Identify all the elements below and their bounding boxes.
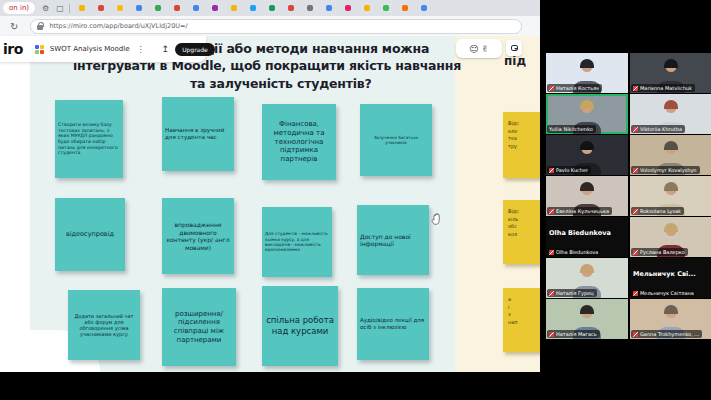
sticky-note-text: Додати загальний чат або форум для обгов…	[71, 313, 137, 338]
participant-tile[interactable]: Мельничук Сві...Мельничук Світлана	[630, 258, 711, 298]
participant-name-label: Pavlo Kucher	[547, 166, 591, 174]
bookmark-favicon[interactable]	[79, 5, 85, 11]
participant-name-label: Roksolana Lysak	[631, 207, 684, 215]
bookmark-favicon[interactable]	[307, 5, 313, 11]
sticky-note[interactable]: Залучення багатьох учасників	[360, 104, 432, 176]
browser-tab[interactable]: on in)	[3, 2, 35, 14]
participant-tile[interactable]: Pavlo Kucher	[546, 135, 628, 175]
bookmark-favicon[interactable]	[326, 5, 332, 11]
participant-display-name: Мельничук Сві...	[633, 270, 710, 278]
mic-muted-icon	[633, 332, 638, 337]
participant-tile[interactable]: Roksolana Lysak	[630, 176, 711, 216]
participant-name-label: Ganna Trokhymenko, ...	[631, 330, 702, 338]
avatar	[664, 59, 678, 68]
avatar	[664, 100, 678, 109]
export-icon[interactable]: ↥	[162, 44, 170, 54]
sticky-note[interactable]: розширення/ підсилення співпраці між пар…	[162, 288, 236, 366]
sticky-note[interactable]: Доступ до нової інформації	[357, 205, 429, 275]
participant-tile[interactable]: Yuliia Nikitchenko	[546, 94, 628, 134]
board-switcher-dot	[40, 45, 44, 49]
bookmark-favicon[interactable]	[193, 5, 199, 11]
reaction-emoji-icon[interactable]: ☺ ✌	[469, 44, 489, 54]
address-bar[interactable]: https://miro.com/app/board/uXjVLIdj20U=/	[30, 19, 522, 34]
participant-tile[interactable]: Volodymyr Kovalyshyn	[630, 135, 711, 175]
browser-url-row: ↻ https://miro.com/app/board/uXjVLIdj20U…	[0, 16, 540, 36]
participant-tile[interactable]: Евеліна Кульчицька	[546, 176, 628, 216]
participant-name-label: Руслана Валерко	[631, 248, 688, 256]
board-switcher-dot	[35, 45, 39, 49]
browser-tab-strip: on in) ⚙ ▢	[0, 0, 540, 16]
bookmark-favicon[interactable]	[269, 5, 275, 11]
sticky-note[interactable]: Навчання в зручний для студента час	[162, 97, 234, 171]
avatar	[580, 305, 594, 314]
sticky-note[interactable]: Створити велику базу тестових запитань, …	[55, 100, 123, 178]
bookmark-favicon[interactable]	[345, 5, 351, 11]
miro-board-canvas[interactable]: ції або методи навчання можна інтегруват…	[0, 36, 540, 372]
participant-tile[interactable]: Marianna Matviichuk	[630, 53, 711, 93]
bookmark-favicon[interactable]	[288, 5, 294, 11]
participant-name: Наталія Магась	[556, 331, 597, 337]
video-call-panel: Наталія КостьянMarianna MatviichukYuliia…	[545, 0, 711, 400]
sticky-note-text: спільна робота над курсами	[265, 315, 335, 336]
mic-muted-icon	[633, 250, 638, 255]
sticky-note-text: Доступ до нової інформації	[360, 233, 426, 248]
participant-name-label: Marianna Matviichuk	[631, 84, 695, 92]
yellow-sticky-note[interactable]: а і з нап	[503, 288, 540, 352]
bookmark-favicon[interactable]	[231, 5, 237, 11]
participant-tile[interactable]: Наталія Гурец	[546, 258, 628, 298]
participant-name-label: Мельничук Світлана	[631, 289, 697, 297]
url-text: https://miro.com/app/board/uXjVLIdj20U=/	[49, 22, 187, 30]
sticky-note[interactable]: Додати загальний чат або форум для обгов…	[68, 290, 140, 360]
bookmark-favicon[interactable]	[136, 5, 142, 11]
bookmark-favicon[interactable]	[364, 5, 370, 11]
participant-tile[interactable]: Viktoriia Khrutba	[630, 94, 711, 134]
screen: on in) ⚙ ▢ ↻ https://miro.com/app/board/…	[0, 0, 711, 400]
mic-muted-icon	[633, 86, 638, 91]
bookmark-favicon[interactable]	[402, 5, 408, 11]
participant-tile[interactable]: Руслана Валерко	[630, 217, 711, 257]
miro-logo[interactable]: iro	[3, 41, 23, 57]
sticky-note[interactable]: відеосупровід	[55, 198, 125, 271]
bookmark-favicon[interactable]	[421, 5, 427, 11]
participant-tile[interactable]: Olha BiedunkovaOlha Biedunkova	[546, 217, 628, 257]
avatar	[664, 182, 678, 191]
sticky-note-text: впровадження двомовного контенту (укр/ а…	[165, 221, 231, 251]
sticky-note[interactable]: спільна робота над курсами	[262, 286, 338, 366]
sticky-note-text: відеосупровід	[58, 230, 122, 238]
bookmark-favicon[interactable]	[117, 5, 123, 11]
bookmark-favicon[interactable]	[250, 5, 256, 11]
sticky-note[interactable]: Фінансова, методична та технологічна під…	[262, 104, 336, 180]
mic-muted-icon	[549, 86, 554, 91]
participant-tile[interactable]: Наталія Костьян	[546, 53, 628, 93]
reactions-toolbar[interactable]: ☺ ✌	[456, 39, 502, 58]
sticky-note[interactable]: впровадження двомовного контенту (укр/ а…	[162, 198, 234, 274]
comment-icon	[511, 45, 518, 51]
reload-icon[interactable]: ↻	[10, 21, 18, 32]
bookmark-favicon[interactable]	[155, 5, 161, 11]
board-menu-icon[interactable]: ⋮	[137, 45, 145, 54]
participant-name-label: Наталія Магась	[547, 330, 600, 338]
comment-button[interactable]	[506, 40, 522, 56]
upgrade-button[interactable]: Upgrade	[175, 43, 215, 56]
browser-window: on in) ⚙ ▢ ↻ https://miro.com/app/board/…	[0, 0, 540, 372]
avatar	[664, 223, 678, 232]
sticky-note-text: Створити велику базу тестових запитань, …	[58, 122, 120, 156]
participant-name: Ganna Trokhymenko, ...	[640, 331, 699, 337]
participant-tile[interactable]: Ganna Trokhymenko, ...	[630, 299, 711, 339]
board-switcher-icon[interactable]	[35, 45, 44, 54]
board-name[interactable]: SWOT Analysis Moodle	[50, 45, 130, 53]
participant-name: Roksolana Lysak	[640, 208, 681, 214]
yellow-sticky-note[interactable]: Відс кіль обс кол	[503, 200, 540, 264]
bookmark-favicon[interactable]	[212, 5, 218, 11]
sticky-note[interactable]: Аудіо/відео лекції для осіб з інклюзією	[357, 288, 429, 360]
bookmark-favicon[interactable]	[174, 5, 180, 11]
sticky-note[interactable]: Для студентів - можливість оцінки курсу,…	[262, 207, 332, 277]
sticky-note-text: Аудіо/відео лекції для осіб з інклюзією	[360, 317, 426, 331]
bookmark-favicon[interactable]	[98, 5, 104, 11]
participant-tile[interactable]: Наталія Магась	[546, 299, 628, 339]
extensions-icon[interactable]: ▢	[56, 4, 64, 13]
yellow-sticky-note[interactable]: Відс еле тех тру	[503, 112, 540, 178]
participant-name-label: Yuliia Nikitchenko	[547, 125, 596, 133]
bookmark-favicon[interactable]	[383, 5, 389, 11]
gear-icon[interactable]: ⚙	[42, 4, 49, 13]
